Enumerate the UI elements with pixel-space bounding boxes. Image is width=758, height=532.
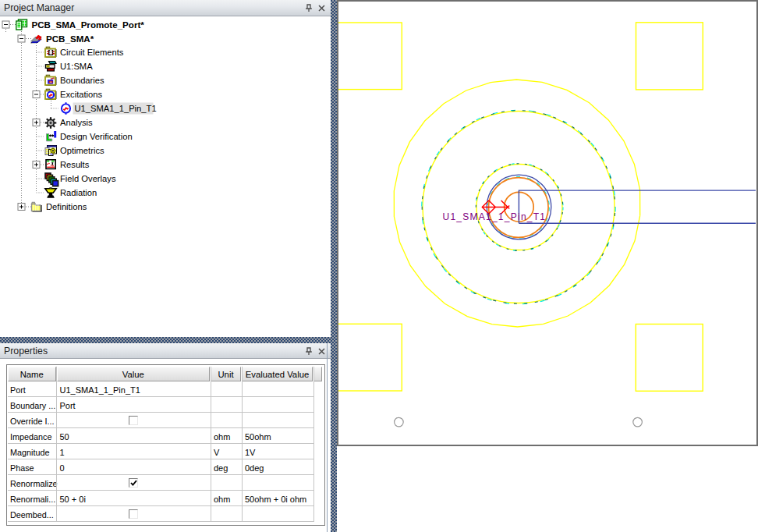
svg-text:Design Verification: Design Verification [60,132,133,141]
svg-text:U1_SMA1_1_Pin_T1: U1_SMA1_1_Pin_T1 [443,211,547,222]
svg-text:PCB_SMA_Promote_Port*: PCB_SMA_Promote_Port* [32,20,145,30]
svg-text:Optimetrics: Optimetrics [60,146,104,155]
svg-text:Results: Results [60,160,90,169]
svg-text:PCB_SMA*: PCB_SMA* [46,34,94,44]
svg-text:Field Overlays: Field Overlays [60,174,116,183]
svg-text:Excitations: Excitations [60,90,103,99]
svg-text:Analysis: Analysis [60,118,93,127]
svg-text:Boundaries: Boundaries [60,76,104,85]
svg-text:U1_SMA1_1_Pin_T1: U1_SMA1_1_Pin_T1 [75,104,157,113]
svg-text:Radiation: Radiation [60,188,97,197]
svg-text:U1:SMA: U1:SMA [60,62,93,71]
svg-text:Definitions: Definitions [46,202,87,211]
svg-text:Circuit Elements: Circuit Elements [60,48,124,57]
